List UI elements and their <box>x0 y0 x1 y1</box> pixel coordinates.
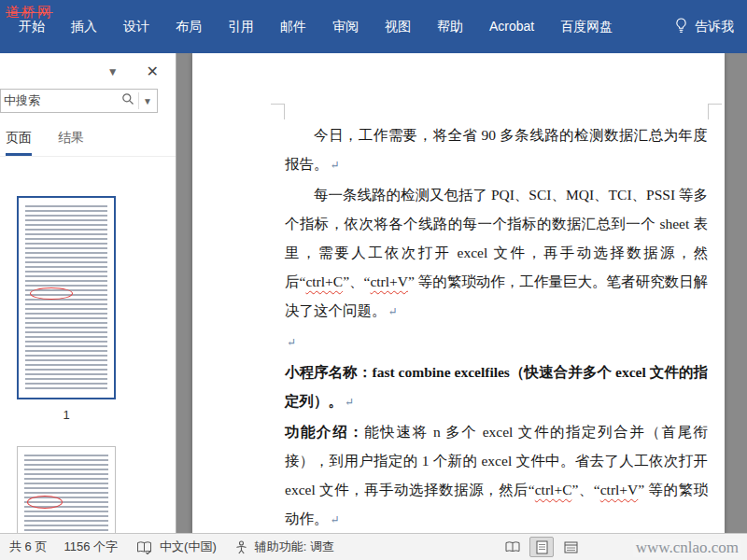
web-layout-button[interactable] <box>558 537 583 557</box>
ribbon-tabs: 开始插入设计布局引用邮件审阅视图帮助Acrobat百度网盘 <box>0 0 626 53</box>
paragraph[interactable]: 今日，工作需要，将全省 90 多条线路的检测数据汇总为年度报告。↵ <box>285 120 708 180</box>
ribbon-tab-8[interactable]: 视图 <box>372 0 424 53</box>
ribbon-tab-2[interactable]: 插入 <box>58 0 110 53</box>
accessibility-status[interactable]: 辅助功能: 调查 <box>255 539 334 555</box>
chevron-down-icon[interactable]: ▼ <box>107 65 119 78</box>
ribbon-tab-3[interactable]: 设计 <box>110 0 162 53</box>
page-thumbnail-2[interactable] <box>17 446 116 533</box>
proofing-icon[interactable] <box>136 540 152 554</box>
search-options-chevron-icon[interactable]: ▼ <box>143 96 157 106</box>
ribbon: 开始插入设计布局引用邮件审阅视图帮助Acrobat百度网盘 告诉我 <box>0 0 747 53</box>
accessibility-icon[interactable] <box>235 540 247 554</box>
document-page[interactable]: 今日，工作需要，将全省 90 多条线路的检测数据汇总为年度报告。↵每一条线路的检… <box>192 53 725 533</box>
paragraph-mark: ↵ <box>345 396 354 409</box>
read-mode-button[interactable] <box>500 537 525 557</box>
paragraph[interactable]: ↵ <box>285 327 708 357</box>
ribbon-tab-5[interactable]: 引用 <box>215 0 267 53</box>
page-count[interactable]: 共 6 页 <box>9 539 47 555</box>
navigation-pane: ▼ ✕ 中搜索 ▼ 页面结果 1 <box>0 53 176 533</box>
search-icon[interactable] <box>121 92 134 109</box>
close-icon[interactable]: ✕ <box>147 64 159 79</box>
text-run: 功能介绍： <box>285 424 364 440</box>
spellcheck-flagged-text: ctrl+C <box>305 273 343 289</box>
tell-me-button[interactable]: 告诉我 <box>674 18 747 36</box>
print-layout-button[interactable] <box>529 537 554 557</box>
site-watermark-top: 道桥网 <box>6 4 53 21</box>
text-run: ”、“ <box>343 273 370 289</box>
paragraph-mark: ↵ <box>331 159 340 172</box>
thumbnail-list: 1 <box>0 157 176 533</box>
text-run: 今日，工作需要，将全省 90 多条线路的检测数据汇总为年度报告。 <box>285 127 708 172</box>
divider <box>138 92 139 109</box>
red-annotation <box>27 496 63 509</box>
thumbnail-page-number: 1 <box>17 399 116 422</box>
site-watermark-bottom: www.cnlao.com <box>633 539 741 557</box>
search-text: 中搜索 <box>1 92 121 109</box>
ribbon-tab-9[interactable]: 帮助 <box>424 0 476 53</box>
paragraph-mark: ↵ <box>287 336 296 349</box>
tell-me-label: 告诉我 <box>695 19 734 35</box>
document-workspace: 今日，工作需要，将全省 90 多条线路的检测数据汇总为年度报告。↵每一条线路的检… <box>176 53 747 533</box>
page-thumbnail-1[interactable] <box>17 196 116 399</box>
ribbon-tab-4[interactable]: 布局 <box>162 0 215 53</box>
word-window: 开始插入设计布局引用邮件审阅视图帮助Acrobat百度网盘 告诉我 ▼ ✕ 中搜… <box>0 0 747 560</box>
ribbon-tab-11[interactable]: 百度网盘 <box>547 0 626 53</box>
ribbon-tab-7[interactable]: 审阅 <box>319 0 372 53</box>
margin-crop-mark-left <box>271 104 285 119</box>
document-text[interactable]: 今日，工作需要，将全省 90 多条线路的检测数据汇总为年度报告。↵每一条线路的检… <box>285 120 708 533</box>
navpane-tab-2[interactable]: 结果 <box>58 130 84 156</box>
navigation-pane-header: ▼ ✕ <box>0 53 176 81</box>
word-count[interactable]: 1156 个字 <box>63 539 118 555</box>
navpane-tab-1[interactable]: 页面 <box>6 130 32 156</box>
margin-crop-mark-right <box>708 104 722 119</box>
paragraph-mark: ↵ <box>388 305 398 318</box>
lightbulb-icon <box>674 18 688 36</box>
text-run: ”、“ <box>571 482 599 497</box>
language-indicator[interactable]: 中文(中国) <box>160 539 217 555</box>
ribbon-tab-10[interactable]: Acrobat <box>476 0 547 53</box>
spellcheck-flagged-text: ctrl+V <box>370 273 408 289</box>
ribbon-tab-6[interactable]: 邮件 <box>267 0 319 53</box>
spellcheck-flagged-text: ctrl+C <box>535 482 572 497</box>
paragraph[interactable]: 每一条线路的检测又包括了 PQI、SCI、MQI、TCI、PSSI 等多个指标，… <box>285 180 708 327</box>
spellcheck-flagged-text: ctrl+V <box>600 482 639 497</box>
red-annotation <box>30 287 73 300</box>
paragraph[interactable]: 功能介绍：能快速将 n 多个 excel 文件的指定列合并（首尾衔接），到用户指… <box>285 417 708 533</box>
thumbnail-content <box>24 455 108 533</box>
paragraph-mark: ↵ <box>331 513 340 526</box>
search-input[interactable]: 中搜索 ▼ <box>0 89 158 113</box>
view-switcher <box>500 537 583 557</box>
paragraph[interactable]: 小程序名称：fast combine excelfiles（快速合并多个 exc… <box>285 357 708 417</box>
navpane-tabs: 页面结果 <box>0 113 176 157</box>
